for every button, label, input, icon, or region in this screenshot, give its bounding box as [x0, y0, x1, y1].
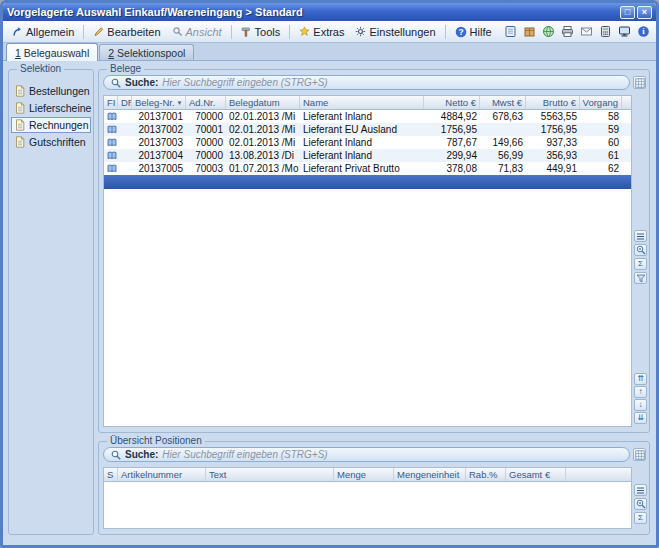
column-label: Mwst €: [492, 97, 522, 108]
belege-column-belegdatum[interactable]: Belegdatum: [226, 96, 300, 109]
content-panel: Selektion BestellungenLieferscheineRechn…: [3, 61, 656, 545]
positionen-list-button[interactable]: [634, 484, 647, 496]
cell: 4884,92: [424, 110, 480, 123]
belege-scroll-down-button[interactable]: ↓: [634, 399, 647, 411]
positionen-column-mengeneinheit[interactable]: Mengeneinheit: [394, 468, 466, 481]
cell: 937,33: [526, 136, 580, 149]
app-window: Vorgelagerte Auswahl Einkauf/Wareneingan…: [0, 0, 659, 548]
belege-layout-button[interactable]: [633, 76, 646, 89]
toolbar-package-button[interactable]: [521, 23, 538, 40]
positionen-group-label: Übersicht Positionen: [107, 435, 205, 447]
belege-column-ad-nr[interactable]: Ad.Nr.: [186, 96, 226, 109]
column-label: Text: [209, 469, 226, 480]
belege-row-2[interactable]: 201370027000102.01.2013 /MiLieferant EU …: [104, 123, 631, 136]
titlebar[interactable]: Vorgelagerte Auswahl Einkauf/Wareneingan…: [3, 3, 656, 21]
tab-belegauswahl[interactable]: 1Belegauswahl: [6, 43, 98, 61]
menubar: AllgemeinBearbeitenAnsichtToolsExtrasEin…: [3, 21, 656, 43]
selektion-item-gutschriften[interactable]: Gutschriften: [11, 134, 91, 150]
toolbar-notebook-button[interactable]: [502, 23, 519, 40]
belege-column-brutto[interactable]: Brutto €: [526, 96, 580, 109]
settings-icon: [355, 26, 366, 37]
positionen-column-s[interactable]: S: [104, 468, 118, 481]
cell: [118, 136, 132, 149]
toolbar-printer-button[interactable]: [559, 23, 576, 40]
column-label: FI: [107, 97, 115, 108]
toolbar-globe-button[interactable]: [540, 23, 557, 40]
close-button[interactable]: ×: [637, 6, 652, 19]
column-label: Name: [303, 97, 328, 108]
belege-column-name[interactable]: Name: [300, 96, 424, 109]
svg-text:?: ?: [458, 27, 463, 37]
belege-column-fi[interactable]: FI: [104, 96, 118, 109]
menu-item-allgemein[interactable]: Allgemein: [7, 24, 79, 40]
belege-column-beleg-nr[interactable]: Beleg-Nr.▼: [132, 96, 186, 109]
belege-search-input[interactable]: Suche: Hier Suchbegriff eingeben (STRG+S…: [103, 75, 630, 90]
belege-zoom-in-button[interactable]: [634, 244, 647, 256]
belege-sum-button[interactable]: Σ: [634, 258, 647, 270]
positionen-column-gesamt[interactable]: Gesamt €: [506, 468, 566, 481]
zoom-in-icon: [636, 499, 646, 509]
positionen-search-input[interactable]: Suche: Hier Suchbegriff eingeben (STRG+S…: [103, 447, 630, 462]
toolbar-info-button[interactable]: i: [635, 23, 652, 40]
toolbar-calculator-button[interactable]: [597, 23, 614, 40]
belege-table[interactable]: FIDRBeleg-Nr.▼Ad.Nr.BelegdatumNameNetto …: [103, 95, 632, 427]
monitor-icon: [618, 25, 631, 38]
selektion-item-lieferscheine[interactable]: Lieferscheine: [11, 100, 91, 116]
belege-scroll-up-button[interactable]: ↑: [634, 386, 647, 398]
selektion-item-label: Gutschriften: [29, 136, 86, 148]
menu-item-label: Tools: [255, 26, 281, 38]
positionen-column-text[interactable]: Text: [206, 468, 334, 481]
restore-button[interactable]: □: [620, 6, 635, 19]
belege-row-1[interactable]: 201370017000002.01.2013 /MiLieferant Inl…: [104, 110, 631, 123]
positionen-zoom-in-button[interactable]: [634, 498, 647, 510]
cell: 56,99: [480, 149, 526, 162]
positionen-search-label: Suche:: [125, 449, 158, 460]
belege-side-buttons: Σ: [634, 230, 647, 284]
belege-selected-row[interactable]: [104, 175, 631, 189]
positionen-column-artikelnummer[interactable]: Artikelnummer: [118, 468, 206, 481]
list-icon: [636, 486, 645, 495]
belege-column-mwst[interactable]: Mwst €: [480, 96, 526, 109]
belege-column-vorgang[interactable]: Vorgang: [580, 96, 622, 109]
belege-group-label: Belege: [107, 63, 144, 75]
menu-item-label: Ansicht: [186, 26, 222, 38]
belege-row-5[interactable]: 201370057000301.07.2013 /MoLieferant Pri…: [104, 162, 631, 175]
search-icon: [111, 450, 121, 460]
belege-column-netto[interactable]: Netto €: [424, 96, 480, 109]
belege-filter-button[interactable]: [634, 272, 647, 284]
cell: [118, 162, 132, 175]
cell: 1756,95: [424, 123, 480, 136]
menu-item-hilfe[interactable]: ?Hilfe: [450, 24, 497, 40]
belege-list-button[interactable]: [634, 230, 647, 242]
menubar-separator: [83, 25, 84, 39]
menu-item-bearbeiten[interactable]: Bearbeiten: [88, 24, 165, 40]
cell: 20137001: [132, 110, 186, 123]
toolbar-monitor-button[interactable]: [616, 23, 633, 40]
belege-scroll-bottom-button[interactable]: ⇊: [634, 412, 647, 424]
menu-item-ansicht[interactable]: Ansicht: [167, 24, 227, 40]
selektion-item-bestellungen[interactable]: Bestellungen: [11, 83, 91, 99]
positionen-table[interactable]: SArtikelnummerTextMengeMengeneinheitRab.…: [103, 467, 632, 529]
positionen-column-menge[interactable]: Menge: [334, 468, 394, 481]
positionen-layout-button[interactable]: [633, 448, 646, 461]
positionen-column-rab[interactable]: Rab.%: [466, 468, 506, 481]
mail-icon: [580, 25, 593, 38]
menu-item-einstellungen[interactable]: Einstellungen: [350, 24, 440, 40]
belege-scroll-top-button[interactable]: ⇈: [634, 373, 647, 385]
tab-label: Belegauswahl: [24, 47, 89, 59]
belege-row-3[interactable]: 201370037000002.01.2013 /MiLieferant Inl…: [104, 136, 631, 149]
sort-indicator-icon: ▼: [177, 100, 183, 106]
menu-item-extras[interactable]: Extras: [294, 24, 349, 40]
book-icon: [107, 138, 117, 147]
extras-icon: [299, 26, 310, 37]
list-icon: [636, 232, 645, 241]
belege-row-4[interactable]: 201370047000013.08.2013 /DiLieferant Inl…: [104, 149, 631, 162]
menu-item-tools[interactable]: Tools: [236, 24, 286, 40]
sum-icon: Σ: [638, 260, 643, 268]
scroll-top-icon: ⇈: [637, 375, 644, 383]
belege-column-dr[interactable]: DR: [118, 96, 132, 109]
selektion-item-rechnungen[interactable]: Rechnungen: [11, 117, 91, 133]
positionen-sum-button[interactable]: Σ: [634, 512, 647, 524]
tab-selektionspool[interactable]: 2Selektionspool: [99, 44, 194, 60]
toolbar-mail-button[interactable]: [578, 23, 595, 40]
